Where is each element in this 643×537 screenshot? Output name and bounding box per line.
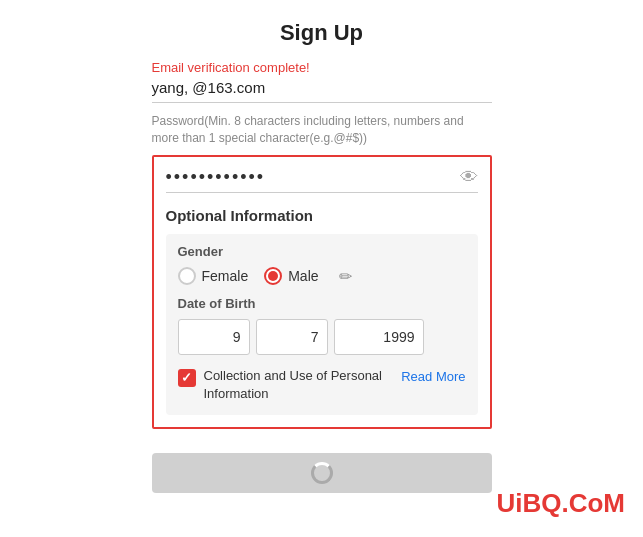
eye-icon[interactable]: 👁 <box>460 167 478 188</box>
password-dots: •••••••••••• <box>166 167 460 188</box>
password-field-row: •••••••••••• 👁 <box>166 167 478 193</box>
male-radio[interactable]: Male <box>264 267 318 285</box>
terms-text: Collection and Use of Personal Informati… <box>204 367 394 403</box>
dob-year-input[interactable] <box>334 319 424 355</box>
page-container: Sign Up Email verification complete! yan… <box>0 0 643 537</box>
read-more-link[interactable]: Read More <box>401 369 465 384</box>
email-display: yang, @163.com <box>152 79 492 103</box>
gender-label: Gender <box>178 244 466 259</box>
submit-btn-row <box>152 453 492 493</box>
male-radio-circle <box>264 267 282 285</box>
terms-checkbox[interactable]: ✓ <box>178 369 196 387</box>
watermark-text1: UiBQ <box>496 488 561 518</box>
checkbox-row: ✓ Collection and Use of Personal Informa… <box>178 367 466 403</box>
female-radio-circle <box>178 267 196 285</box>
checkbox-check-icon: ✓ <box>181 370 192 385</box>
female-radio[interactable]: Female <box>178 267 249 285</box>
male-label: Male <box>288 268 318 284</box>
loading-spinner <box>311 462 333 484</box>
email-verified-label: Email verification complete! <box>152 60 492 75</box>
optional-label: Optional Information <box>166 207 478 224</box>
dob-label: Date of Birth <box>178 296 466 311</box>
optional-box: Gender Female Male ✏ Date of Birth <box>166 234 478 415</box>
eraser-icon[interactable]: ✏ <box>339 267 352 286</box>
dob-month-input[interactable] <box>178 319 250 355</box>
dob-row <box>178 319 466 355</box>
male-radio-inner <box>268 271 278 281</box>
red-outline-section: •••••••••••• 👁 Optional Information Gend… <box>152 155 492 429</box>
watermark-text2: .CoM <box>561 488 625 518</box>
gender-row: Female Male ✏ <box>178 267 466 286</box>
submit-button[interactable] <box>152 453 492 493</box>
form-area: Email verification complete! yang, @163.… <box>152 60 492 149</box>
password-hint: Password(Min. 8 characters including let… <box>152 113 492 147</box>
dob-day-input[interactable] <box>256 319 328 355</box>
watermark: UiBQ.CoM <box>496 488 625 519</box>
page-title: Sign Up <box>280 20 363 46</box>
female-label: Female <box>202 268 249 284</box>
